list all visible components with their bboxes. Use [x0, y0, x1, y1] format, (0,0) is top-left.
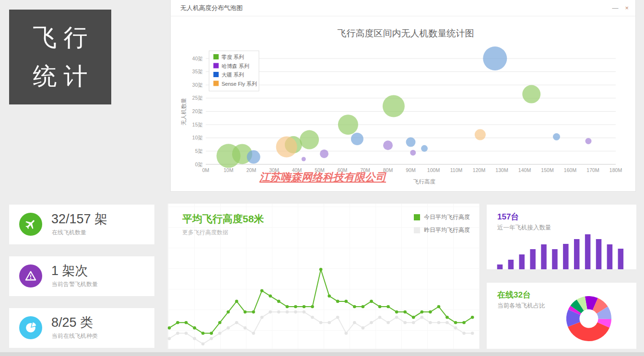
watermark: 江苏嗨森网络科技有限公司	[259, 171, 387, 183]
line-point	[252, 332, 255, 335]
brand-line-1: 飞行	[9, 22, 111, 54]
line-point	[378, 316, 382, 319]
legend-label: Sense Fly 系列	[222, 81, 257, 87]
minimize-icon[interactable]: —	[612, 0, 618, 16]
more-data-link[interactable]: 更多飞行高度数据	[182, 229, 228, 237]
line-point	[412, 316, 415, 319]
bubble-point	[247, 150, 260, 164]
bubble-point	[522, 85, 540, 103]
line-point	[218, 321, 222, 324]
line-point	[403, 321, 407, 324]
line-point	[471, 316, 474, 319]
x-axis-title: 飞行高度	[413, 179, 436, 184]
online-share-value: 在线32台	[497, 289, 531, 300]
yearly-access-label: 近一年飞机接入数量	[497, 224, 551, 232]
bar	[585, 234, 591, 269]
line-point	[471, 332, 474, 335]
bar	[574, 239, 580, 269]
line-point	[437, 305, 441, 309]
line-point	[344, 332, 348, 335]
line-point	[235, 321, 238, 324]
line-point	[269, 295, 272, 298]
line-point	[193, 337, 196, 340]
line-point	[168, 337, 171, 340]
line-point	[311, 305, 314, 309]
y-tick-label: 15架	[192, 122, 203, 127]
bar	[563, 244, 569, 269]
online-share-label: 当前各地飞机占比	[497, 302, 545, 310]
line-point	[429, 310, 432, 314]
line-point	[303, 310, 306, 314]
line-point	[353, 305, 356, 309]
bubble-point	[406, 138, 416, 147]
line-point	[319, 268, 323, 271]
line-point	[353, 321, 356, 324]
bubble-point	[300, 130, 319, 149]
x-tick-label: 100M	[427, 167, 440, 173]
online-count-card: 32/157 架 在线飞机数量	[9, 205, 154, 244]
legend-item-yesterday[interactable]: 昨日平均飞行高度	[414, 226, 470, 234]
line-point	[244, 326, 247, 330]
y-tick-label: 25架	[192, 95, 203, 101]
x-tick-label: 130M	[495, 167, 508, 173]
x-tick-label: 150M	[541, 167, 553, 173]
line-point	[386, 305, 390, 309]
x-tick-label: 90M	[406, 167, 415, 173]
bubble-point	[553, 133, 560, 140]
line-point	[328, 295, 331, 298]
online-count-label: 在线飞机数量	[52, 229, 86, 237]
bubble-point	[302, 157, 306, 161]
y-tick-label: 10架	[192, 135, 203, 140]
line-point	[227, 326, 230, 330]
x-tick-label: 10M	[223, 167, 233, 173]
legend-item-today[interactable]: 今日平均飞行高度	[414, 213, 470, 221]
line-point	[319, 321, 323, 324]
line-point	[218, 332, 222, 335]
window-title: 无人机高度分布气泡图	[180, 4, 243, 12]
line-point	[277, 300, 281, 303]
line-point	[362, 305, 365, 309]
line-point	[454, 321, 457, 324]
bubble-point	[320, 149, 328, 158]
bubble-point	[383, 95, 405, 117]
bar	[508, 260, 514, 269]
line-point	[421, 310, 424, 314]
y-tick-label: 35架	[192, 69, 203, 74]
alert-count-label: 当前告警飞机数量	[52, 280, 98, 288]
line-point	[378, 305, 382, 309]
line-series	[169, 312, 472, 344]
alert-count-card: 1 架次 当前告警飞机数量	[9, 256, 154, 296]
bubble-point	[585, 138, 592, 144]
bubble-point	[338, 115, 358, 135]
alert-icon	[19, 264, 42, 287]
y-tick-label: 5架	[195, 148, 203, 154]
bubble-point	[383, 140, 393, 150]
line-point	[445, 321, 449, 324]
line-point	[412, 321, 415, 324]
y-tick-label: 40架	[192, 56, 203, 61]
bottom-strip	[0, 352, 644, 356]
brand-tile: 飞行 统计	[9, 10, 111, 104]
bar	[530, 249, 536, 269]
line-point	[462, 321, 466, 324]
line-point	[421, 316, 424, 319]
bar	[541, 244, 547, 269]
bar	[497, 264, 503, 269]
line-point	[437, 321, 441, 324]
legend-swatch	[213, 81, 219, 86]
line-point	[235, 300, 238, 303]
line-point	[201, 342, 205, 345]
legend-label: 大疆 系列	[222, 72, 244, 78]
close-icon[interactable]: ×	[625, 0, 629, 16]
line-point	[185, 321, 188, 324]
bubble-legend[interactable]: 零度 系列哈博森 系列大疆 系列Sense Fly 系列	[209, 51, 259, 91]
bubble-point	[475, 129, 486, 140]
line-point	[454, 326, 457, 330]
line-point	[193, 326, 196, 330]
x-tick-label: 20M	[246, 167, 256, 173]
legend-swatch	[213, 72, 219, 77]
line-point	[185, 332, 188, 335]
alert-count-value: 1 架次	[51, 262, 88, 279]
line-point	[201, 332, 205, 335]
line-point	[176, 332, 179, 335]
